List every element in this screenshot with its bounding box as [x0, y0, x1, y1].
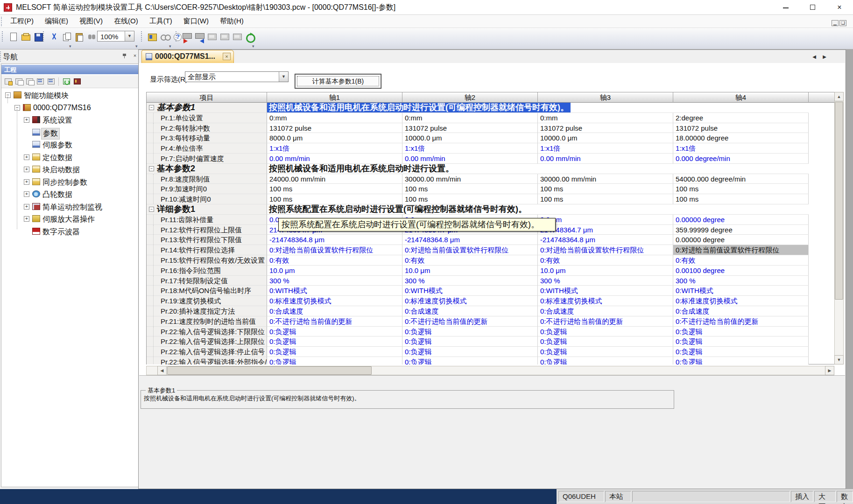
toolbar-overflow-icon[interactable]: ▾ — [69, 44, 71, 49]
monitor-off-icon[interactable] — [219, 31, 230, 42]
watch-icon[interactable] — [159, 31, 170, 42]
axis4-value-cell[interactable]: 0.00100 degree — [673, 266, 809, 276]
param-item-cell[interactable]: Pr.10:减速时间0 — [147, 194, 267, 204]
param-item-cell[interactable]: Pr.14:软件行程限位选择 — [147, 245, 267, 255]
refresh-icon[interactable] — [244, 31, 255, 42]
monitor-icon[interactable] — [206, 31, 217, 42]
column-header-轴3[interactable]: 轴3 — [538, 92, 673, 103]
axis3-value-cell[interactable]: 0:对进给当前值设置软件行程限位 — [538, 245, 673, 255]
paste-icon[interactable] — [73, 31, 85, 42]
scroll-down-icon[interactable]: ▼ — [834, 355, 844, 364]
param-item-cell[interactable]: Pr.13:软件行程限位下限值 — [147, 235, 267, 245]
close-button[interactable]: × — [826, 0, 853, 15]
axis3-value-cell[interactable]: 300 % — [538, 276, 673, 286]
axis1-value-cell[interactable]: 0:WITH模式 — [267, 286, 402, 296]
axis4-value-cell[interactable]: 0:WITH模式 — [673, 286, 809, 296]
tree-item-同步控制参数[interactable]: +同步控制参数 — [1, 176, 141, 189]
axis4-value-cell[interactable]: 0:负逻辑 — [673, 357, 809, 364]
menu-item-5[interactable]: 窗口(W) — [178, 15, 214, 28]
axis1-value-cell[interactable]: 0:负逻辑 — [267, 327, 402, 337]
display-filter-select[interactable]: 全部显示 ▼ — [185, 71, 289, 82]
cut-icon[interactable] — [48, 31, 59, 42]
tree-label[interactable]: 简单运动控制监视 — [41, 202, 104, 213]
expand-icon[interactable]: + — [24, 167, 29, 172]
pin-icon[interactable] — [120, 52, 129, 60]
axis2-value-cell[interactable]: 1:x1倍 — [402, 143, 538, 154]
axis2-value-cell[interactable]: 131072 pulse — [402, 123, 538, 133]
param-item-cell[interactable]: Pr.21:速度控制时的进给当前值 — [147, 316, 267, 327]
calc-basic-param-button[interactable]: 计算基本参数1(B) — [295, 74, 381, 89]
column-header-轴4[interactable]: 轴4 — [673, 92, 809, 103]
sort-icon[interactable] — [46, 77, 56, 86]
minimize-button[interactable] — [772, 0, 799, 15]
axis1-value-cell[interactable]: 300 % — [267, 276, 402, 286]
axis3-value-cell[interactable]: 0:合成速度 — [538, 306, 673, 316]
param-item-cell[interactable]: Pr.2:每转脉冲数 — [147, 123, 267, 133]
tab-scroll-right-icon[interactable]: ▶ — [820, 53, 829, 61]
axis3-value-cell[interactable]: 214748364.7 μm — [538, 225, 673, 235]
axis4-value-cell[interactable]: 18.00000 degree — [673, 133, 809, 143]
detail-view-icon[interactable] — [35, 77, 45, 86]
axis4-value-cell[interactable]: 300 % — [673, 276, 809, 286]
tree-item-系统设置[interactable]: +系统设置 — [1, 114, 141, 126]
tree-label[interactable]: 块启动数据 — [41, 165, 81, 175]
toolbar-overflow-icon[interactable]: ▾ — [252, 44, 254, 49]
axis1-value-cell[interactable]: 100 ms — [267, 184, 402, 194]
param-item-cell[interactable]: Pr.17:转矩限制设定值 — [147, 276, 267, 286]
tree-label[interactable]: 智能功能模块 — [22, 91, 70, 101]
axis1-value-cell[interactable]: 10.0 μm — [267, 266, 402, 276]
toolbar-overflow-icon[interactable]: ▾ — [169, 44, 171, 49]
axis2-value-cell[interactable]: 10000.0 μm — [402, 133, 538, 143]
axis3-value-cell[interactable]: 0:不进行进给当前值的更新 — [538, 316, 673, 327]
axis1-value-cell[interactable]: 0.00 mm/min — [267, 154, 402, 164]
module-tool-icon[interactable] — [72, 77, 82, 86]
axis3-value-cell[interactable]: 100 ms — [538, 194, 673, 204]
axis4-value-cell[interactable]: 359.99999 degree — [673, 225, 809, 235]
axis4-value-cell[interactable]: 0.00000 degree — [673, 235, 809, 245]
axis1-value-cell[interactable]: 0:合成速度 — [267, 306, 402, 316]
param-item-cell[interactable]: Pr.19:速度切换模式 — [147, 296, 267, 306]
tree-item-参数[interactable]: 参数 — [1, 126, 141, 139]
axis3-value-cell[interactable]: -214748364.8 μm — [538, 235, 673, 245]
expand-icon[interactable]: + — [24, 117, 29, 123]
axis2-value-cell[interactable]: 300 % — [402, 276, 538, 286]
axis1-value-cell[interactable]: 0:负逻辑 — [267, 357, 402, 364]
h-scroll-thumb[interactable] — [167, 366, 372, 375]
axis1-value-cell[interactable]: 131072 pulse — [267, 123, 402, 133]
tree-label[interactable]: 同步控制参数 — [41, 177, 89, 188]
tree-item-伺服放大器操作[interactable]: +伺服放大器操作 — [1, 213, 141, 225]
axis3-value-cell[interactable]: 0:有效 — [538, 255, 673, 266]
tree-label[interactable]: 伺服参数 — [41, 140, 74, 151]
find-icon[interactable] — [86, 31, 97, 42]
column-header-轴2[interactable]: 轴2 — [402, 92, 538, 103]
axis1-value-cell[interactable]: 8000.0 μm — [267, 133, 402, 143]
param-item-cell[interactable]: Pr.9:加速时间0 — [147, 184, 267, 194]
param-item-cell[interactable]: Pr.22:输入信号逻辑选择:外部指令/切 — [147, 357, 267, 364]
param-item-cell[interactable]: Pr.22:输入信号逻辑选择:下限限位 — [147, 327, 267, 337]
axis3-value-cell[interactable]: 10.0 μm — [538, 266, 673, 276]
axis2-value-cell[interactable]: 0:不进行进给当前值的更新 — [402, 316, 538, 327]
axis4-value-cell[interactable]: 2:degree — [673, 113, 809, 123]
axis2-value-cell[interactable]: 0:标准速度切换模式 — [402, 296, 538, 306]
scroll-up-icon[interactable]: ▲ — [834, 92, 844, 101]
menu-item-1[interactable]: 编辑(E) — [39, 15, 74, 28]
param-item-cell[interactable]: Pr.16:指令到位范围 — [147, 266, 267, 276]
tree-item-伺服参数[interactable]: 伺服参数 — [1, 139, 141, 151]
axis2-value-cell[interactable]: 100 ms — [402, 184, 538, 194]
maximize-button[interactable] — [799, 0, 826, 15]
axis4-value-cell[interactable]: 0:对进给当前值设置软件行程限位 — [673, 245, 809, 255]
axis1-value-cell[interactable]: 1:x1倍 — [267, 143, 402, 154]
axis4-value-cell[interactable]: 0:有效 — [673, 255, 809, 266]
tree-item-定位数据[interactable]: +定位数据 — [1, 151, 141, 164]
tree-label[interactable]: 0000:QD77MS16 — [32, 103, 92, 112]
axis4-value-cell[interactable]: 0.00000 degree — [673, 215, 809, 225]
collapse-icon[interactable]: − — [149, 166, 154, 171]
open-project-icon[interactable] — [20, 31, 31, 42]
read-from-module-icon[interactable] — [193, 31, 204, 42]
expand-icon[interactable]: + — [24, 154, 29, 160]
zoom-select[interactable]: 100% ▼ — [97, 31, 134, 42]
filter-dropdown-arrow-icon[interactable]: ▼ — [279, 72, 288, 82]
axis3-value-cell[interactable]: 1:x1倍 — [538, 143, 673, 154]
tree-item-0000:QD77MS16[interactable]: −0000:QD77MS16 — [1, 102, 141, 114]
test-mode-icon[interactable] — [231, 31, 242, 42]
